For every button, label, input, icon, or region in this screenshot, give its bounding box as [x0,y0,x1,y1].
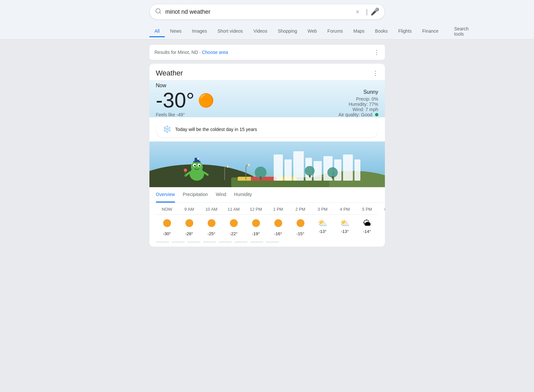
svg-point-42 [208,219,215,227]
tab-news[interactable]: News [165,26,187,37]
hourly-time: 3 PM [312,207,334,212]
weather-condition: Sunny [338,89,378,95]
results-label: Results for Minot, ND · [155,50,202,55]
svg-point-44 [252,219,260,227]
main-content: Results for Minot, ND · Choose area ⋮ We… [149,45,385,247]
weather-precip: Precip: 0% [338,96,378,102]
tab-forums[interactable]: Forums [322,26,348,37]
weather-tab-overview[interactable]: Overview [156,187,175,203]
scroll-dot [156,241,169,243]
hourly-icon-cell: ⛅-13° [334,219,356,236]
hourly-temp: -13° [319,229,327,234]
hourly-temp: -30° [163,231,171,236]
tab-finance[interactable]: Finance [417,26,444,37]
mic-icon[interactable]: 🎤 [370,8,379,16]
hourly-icon-cell: -16° [267,219,289,236]
search-bar: × | 🎤 [149,4,385,20]
svg-rect-8 [274,155,283,181]
tab-images[interactable]: Images [187,26,212,37]
weather-tab-humidity[interactable]: Humidity [234,187,252,203]
svg-line-1 [159,12,161,13]
weather-icon [274,219,283,230]
svg-rect-9 [284,159,292,181]
svg-point-41 [185,219,193,227]
tab-web[interactable]: Web [302,26,322,37]
hourly-section: NOW9 AM10 AM11 AM12 PM1 PM2 PM3 PM4 PM5 … [149,203,385,237]
weather-icon [207,219,216,230]
weather-icon [251,219,261,230]
nav-tabs: All News Images Short videos Videos Shop… [149,24,385,39]
tab-short-videos[interactable]: Short videos [212,26,248,37]
tab-books[interactable]: Books [370,26,393,37]
hourly-temp: -22° [230,231,238,236]
tab-shopping[interactable]: Shopping [272,26,302,37]
svg-point-24 [191,161,203,173]
weather-header: Weather ⋮ [149,64,385,80]
svg-rect-16 [354,159,360,181]
hourly-time: 2 PM [289,207,312,212]
svg-rect-10 [293,151,304,181]
scroll-indicators [149,237,385,247]
tab-videos[interactable]: Videos [248,26,273,37]
results-bar: Results for Minot, ND · Choose area ⋮ [149,45,385,60]
scroll-dot [234,241,248,243]
cold-day-banner: ❄️ Today will be the coldest day in 15 y… [156,121,378,138]
hourly-icon-cell: -19° [245,219,267,236]
search-input[interactable] [165,8,356,15]
scroll-dot [203,241,216,243]
hourly-temp: -19° [252,231,260,236]
scroll-dot [250,241,263,243]
hourly-time: 10 AM [200,207,223,212]
weather-humidity: Humidity: 77% [338,102,378,107]
results-bar-menu[interactable]: ⋮ [374,49,380,56]
hourly-icon-cell: -22° [223,219,245,236]
hourly-time: 1 PM [267,207,289,212]
cold-day-text: Today will be the coldest day in 15 year… [175,127,257,132]
hourly-icon-cell: ⛅-13° [312,219,334,236]
weather-icon [163,219,172,230]
svg-rect-15 [343,155,353,181]
hourly-temp: -14° [363,229,371,234]
snowflake-icon: ❄️ [163,125,171,134]
weather-feels-like: Feels like -49° [156,112,214,117]
weather-icon: 🌥 [363,219,371,228]
weather-illustration [149,141,385,187]
weather-details: Sunny Precip: 0% Humidity: 77% Wind: 7 m… [338,83,378,117]
tab-all[interactable]: All [149,26,165,37]
weather-current: Now -30° 🟠 Feels like -49° [156,83,214,117]
svg-point-40 [163,219,171,227]
sunny-icon: 🟠 [198,93,214,108]
tab-maps[interactable]: Maps [348,26,370,37]
weather-now-label: Now [156,83,214,89]
svg-rect-22 [332,176,334,179]
svg-point-46 [297,219,304,227]
hourly-temp: -13° [341,229,349,234]
weather-tab-wind[interactable]: Wind [216,187,226,203]
scroll-dot [172,241,185,243]
hourly-icon-cell: 🌥-14° [356,219,378,236]
svg-point-39 [227,166,229,168]
hourly-temp: -16° [274,231,282,236]
weather-card: Weather ⋮ Now -30° 🟠 Feels like -49° Sun… [149,64,385,247]
search-tools-button[interactable]: Search tools [449,24,474,39]
hourly-icon-cell: -25° [200,219,223,236]
hourly-time: 4 PM [334,207,356,212]
svg-point-45 [274,219,282,227]
weather-icon [296,219,305,230]
tab-flights[interactable]: Flights [393,26,417,37]
hourly-time: NOW [156,207,178,212]
weather-now-section: Now -30° 🟠 Feels like -49° Sunny Precip:… [149,80,385,117]
svg-rect-18 [260,176,262,180]
weather-menu[interactable]: ⋮ [372,70,378,77]
hourly-time: 11 AM [223,207,245,212]
clear-button[interactable]: × [356,8,360,16]
weather-tab-precipitation[interactable]: Precipitation [183,187,208,203]
divider-icon: | [366,8,368,16]
top-bar: × | 🎤 All News Images Short videos Video… [0,0,534,40]
svg-point-28 [198,165,200,167]
hourly-time: 6 PM [378,207,385,212]
choose-area-link[interactable]: Choose area [202,50,228,55]
scroll-dot [187,241,200,243]
hourly-time: 12 PM [245,207,267,212]
svg-point-19 [305,166,315,176]
